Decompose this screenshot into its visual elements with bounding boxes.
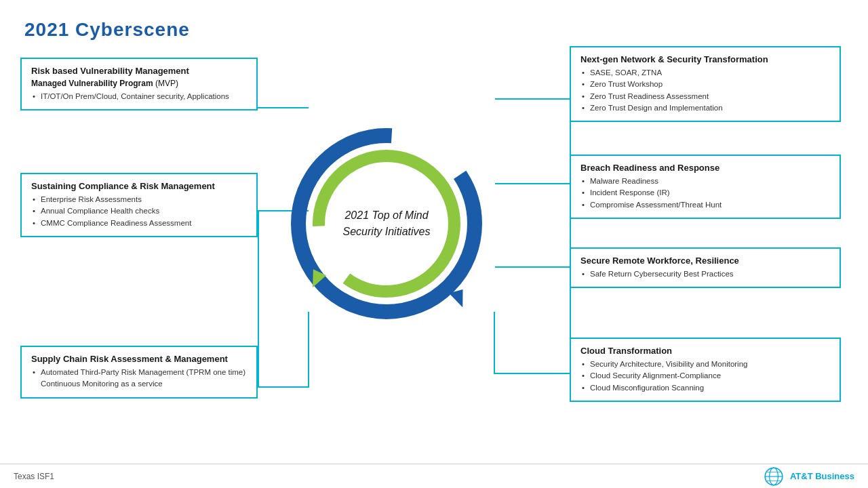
list-item: IT/OT/On Prem/Cloud, Container security,… — [31, 91, 247, 102]
bullet-list-breach: Malware Readiness Incident Response (IR)… — [580, 176, 830, 211]
connector-left2-v — [258, 210, 259, 386]
right-box-secure-remote: Secure Remote Workforce, Resilience Safe… — [570, 247, 841, 288]
list-item: Annual Compliance Health checks — [31, 205, 247, 217]
box-subtitle-risk-vuln: Managed Vulnerability Program (MVP) — [31, 79, 247, 88]
att-globe-icon — [763, 466, 785, 487]
connector-right1 — [495, 98, 571, 100]
box-title-secure-remote: Secure Remote Workforce, Resilience — [580, 256, 830, 266]
connector-left3 — [258, 386, 309, 388]
list-item: SASE, SOAR, ZTNA — [580, 67, 830, 79]
att-brand-label: AT&T Business — [790, 471, 854, 481]
connector-right3 — [495, 266, 571, 268]
list-item: Zero Trust Workshop — [580, 79, 830, 90]
list-item: Malware Readiness — [580, 176, 830, 187]
list-item: Cloud Misconfiguration Scanning — [580, 382, 830, 394]
center-text: 2021 Top of Mind Security Initiatives — [332, 207, 441, 240]
bullet-list-secure-remote: Safe Return Cybersecurity Best Practices — [580, 268, 830, 280]
box-title-cloud: Cloud Transformation — [580, 346, 830, 356]
bullet-list-cloud: Security Architecture, Visibility and Mo… — [580, 359, 830, 394]
right-box-cloud: Cloud Transformation Security Architectu… — [570, 338, 841, 402]
att-logo: AT&T Business — [763, 466, 854, 487]
footer: Texas ISF1 AT&T Business — [0, 464, 868, 488]
right-box-breach: Breach Readiness and Response Malware Re… — [570, 155, 841, 219]
list-item: Zero Trust Design and Implementation — [580, 102, 830, 114]
box-title-nextgen: Next-gen Network & Security Transformati… — [580, 54, 830, 64]
box-title-breach: Breach Readiness and Response — [580, 163, 830, 173]
box-title-supply-chain: Supply Chain Risk Assessment & Managemen… — [31, 354, 247, 364]
list-item: CMMC Compliance Readiness Assessment — [31, 218, 247, 229]
bullet-list-sustaining: Enterprise Risk Assessments Annual Compl… — [31, 194, 247, 229]
bullet-list-risk-vuln: IT/OT/On Prem/Cloud, Container security,… — [31, 91, 247, 102]
connector-right-v12 — [570, 98, 571, 184]
page-title: 2021 Cyberscene — [24, 19, 190, 41]
box-title-risk-vuln: Risk based Vulnerability Management — [31, 66, 247, 76]
bullet-list-supply-chain: Automated Third-Party Risk Management (T… — [31, 367, 247, 390]
connector-right2 — [495, 183, 571, 184]
bullet-list-nextgen: SASE, SOAR, ZTNA Zero Trust Workshop Zer… — [580, 67, 830, 114]
list-item: Compromise Assessment/Threat Hunt — [580, 199, 830, 211]
list-item: Cloud Security Alignment-Compliance — [580, 370, 830, 382]
connector-right-v34 — [570, 266, 571, 374]
right-box-nextgen: Next-gen Network & Security Transformati… — [570, 46, 841, 122]
connector-right-v23 — [570, 183, 571, 268]
list-item: Automated Third-Party Risk Management (T… — [31, 367, 247, 390]
box-title-sustaining: Sustaining Compliance & Risk Management — [31, 181, 247, 191]
list-item: Enterprise Risk Assessments — [31, 194, 247, 205]
list-item: Zero Trust Readiness Assessment — [580, 91, 830, 102]
list-item: Security Architecture, Visibility and Mo… — [580, 359, 830, 370]
connector-right4 — [495, 373, 571, 374]
center-diagram: 2021 Top of Mind Security Initiatives — [285, 88, 488, 359]
left-box-supply-chain: Supply Chain Risk Assessment & Managemen… — [20, 346, 258, 399]
left-box-sustaining: Sustaining Compliance & Risk Management … — [20, 173, 258, 237]
list-item: Safe Return Cybersecurity Best Practices — [580, 268, 830, 280]
footer-left-text: Texas ISF1 — [14, 472, 54, 481]
list-item: Incident Response (IR) — [580, 187, 830, 199]
left-box-risk-vuln: Risk based Vulnerability Management Mana… — [20, 58, 258, 110]
connector-right4-v — [494, 312, 495, 374]
